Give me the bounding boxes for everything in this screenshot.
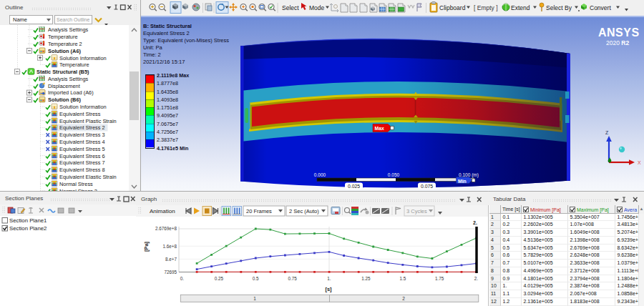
- svg-text:Equivalent Elastic Strain: Equivalent Elastic Strain: [59, 174, 117, 180]
- svg-text:0.025: 0.025: [348, 184, 360, 189]
- svg-text:Displacement: Displacement: [48, 83, 80, 89]
- svg-text:1: 1: [253, 296, 256, 301]
- svg-text:2 Sec (Auto): 2 Sec (Auto): [289, 208, 319, 214]
- svg-text:2.: 2.: [474, 276, 479, 281]
- svg-text:Analysis Settings: Analysis Settings: [48, 26, 89, 33]
- svg-text:3 Cycles: 3 Cycles: [406, 208, 427, 214]
- svg-text:Mode: Mode: [309, 4, 325, 11]
- svg-text:1.6e+8: 1.6e+8: [163, 244, 177, 249]
- svg-text:Equivalent Stress 7: Equivalent Stress 7: [59, 159, 105, 166]
- svg-text:Convert: Convert: [590, 4, 611, 11]
- svg-text:72695: 72695: [164, 270, 177, 275]
- svg-text:Equivalent Stress 5: Equivalent Stress 5: [59, 146, 105, 152]
- svg-text:Normal Stress: Normal Stress: [59, 181, 93, 187]
- svg-text:0.: 0.: [180, 276, 185, 281]
- svg-text:Solution (B6): Solution (B6): [48, 97, 82, 103]
- svg-text:Solution (A6): Solution (A6): [48, 48, 82, 54]
- svg-text:2: 2: [402, 296, 405, 301]
- svg-text:8.e+7: 8.e+7: [165, 257, 177, 262]
- svg-text:Animation: Animation: [150, 208, 175, 214]
- svg-text:[Pa]: [Pa]: [143, 241, 150, 252]
- svg-text:Equivalent Stress 3: Equivalent Stress 3: [59, 132, 105, 138]
- svg-text:0.5: 0.5: [253, 276, 259, 281]
- svg-text:Equivalent Plastic Strain: Equivalent Plastic Strain: [59, 118, 117, 124]
- svg-text:Imported Load (A6): Imported Load (A6): [48, 89, 94, 96]
- svg-text:0.25: 0.25: [215, 276, 224, 281]
- svg-text:0.000: 0.000: [314, 172, 326, 177]
- svg-text:Temperature: Temperature: [48, 34, 78, 40]
- svg-text:Max: Max: [375, 126, 384, 131]
- svg-text:[ Empty ]: [ Empty ]: [474, 4, 498, 11]
- svg-text:Select By: Select By: [546, 4, 572, 11]
- svg-text:20 Frames: 20 Frames: [246, 208, 272, 214]
- svg-text:Min: Min: [458, 179, 467, 184]
- svg-text:1.5: 1.5: [399, 276, 406, 281]
- svg-text:Equivalent Stress 8: Equivalent Stress 8: [59, 167, 105, 173]
- svg-text:Temperature: Temperature: [59, 61, 89, 68]
- svg-text:1.75: 1.75: [435, 276, 444, 281]
- svg-text:Analysis Settings: Analysis Settings: [48, 76, 89, 82]
- svg-text:Temperature 2: Temperature 2: [48, 41, 82, 47]
- svg-text:Equivalent Stress 6: Equivalent Stress 6: [59, 153, 105, 159]
- svg-text:0.050: 0.050: [388, 172, 400, 177]
- svg-text:Z: Z: [605, 130, 609, 135]
- svg-text:2.6769e+8: 2.6769e+8: [155, 226, 177, 231]
- svg-text:0.075: 0.075: [421, 184, 433, 189]
- svg-text:Static Structural (B5): Static Structural (B5): [36, 69, 89, 75]
- svg-text:X: X: [638, 160, 641, 165]
- svg-text:Extend: Extend: [511, 4, 530, 11]
- svg-text:Section Plane2: Section Plane2: [9, 225, 47, 232]
- svg-text:Section Plane1: Section Plane1: [9, 217, 47, 224]
- svg-text:Equivalent Stress: Equivalent Stress: [59, 111, 101, 117]
- svg-text:1.25: 1.25: [361, 276, 371, 281]
- svg-text:Equivalent Stress 2: Equivalent Stress 2: [59, 124, 105, 131]
- svg-text:Clipboard: Clipboard: [439, 4, 466, 11]
- svg-text:Solution Information: Solution Information: [59, 55, 107, 61]
- svg-text:0.75: 0.75: [288, 276, 297, 281]
- svg-text:[s]: [s]: [325, 286, 332, 292]
- svg-text:1.: 1.: [327, 276, 331, 281]
- svg-text:2.: 2.: [473, 220, 477, 225]
- svg-text:Solution Information: Solution Information: [59, 104, 107, 110]
- svg-text:Select: Select: [282, 4, 299, 11]
- svg-text:Equivalent Stress 4: Equivalent Stress 4: [59, 139, 105, 145]
